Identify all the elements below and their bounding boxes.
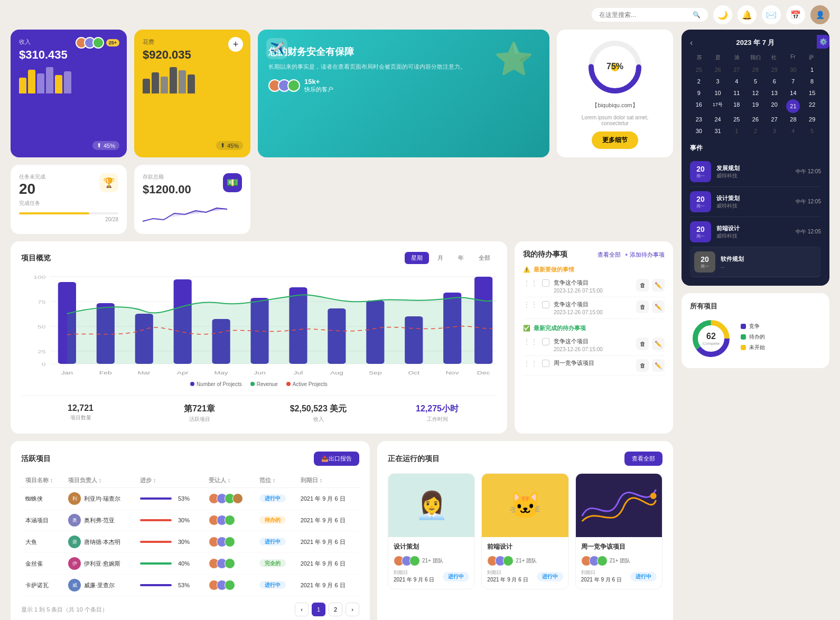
calendar-settings-button[interactable]: ⚙️: [817, 35, 829, 49]
dark-mode-button[interactable]: 🌙: [713, 5, 732, 24]
cal-prev-button[interactable]: ‹: [690, 38, 693, 48]
page-2-button[interactable]: 2: [329, 603, 342, 616]
cal-day[interactable]: 29: [803, 114, 821, 125]
th-progress[interactable]: 进步 ↕: [136, 473, 204, 488]
cal-day[interactable]: 5: [746, 76, 764, 87]
tab-all[interactable]: 全部: [472, 252, 497, 264]
cal-day[interactable]: 26: [709, 64, 727, 75]
svg-text:25: 25: [38, 349, 46, 354]
todo-checkbox-4[interactable]: [542, 360, 549, 367]
cal-day[interactable]: 28: [785, 114, 802, 125]
mail-button[interactable]: ✉️: [762, 5, 781, 24]
cal-day[interactable]: 14: [785, 88, 802, 98]
page-1-button[interactable]: 1: [312, 603, 325, 616]
cal-day[interactable]: 30: [690, 126, 708, 136]
user-avatar[interactable]: 👤: [810, 5, 829, 24]
cal-day[interactable]: 5: [803, 126, 821, 136]
donut-chart-card: 所有项目 62 Compete: [682, 293, 829, 368]
delete-todo-3[interactable]: 🗑: [636, 337, 649, 350]
todo-item-actions-2: 🗑 ✏️: [636, 300, 665, 313]
view-all-running[interactable]: 查看全部: [624, 452, 662, 466]
cal-day[interactable]: 16: [690, 99, 708, 113]
next-page-button[interactable]: ›: [346, 603, 359, 616]
th-assignee[interactable]: 受让人 ↕: [204, 473, 255, 488]
cal-day[interactable]: 4: [785, 126, 802, 136]
cal-day[interactable]: 19: [746, 99, 764, 113]
calendar-button[interactable]: 📅: [786, 5, 805, 24]
todo-checkbox-1[interactable]: [542, 279, 549, 287]
todo-checkbox-2[interactable]: [542, 301, 549, 308]
cal-day[interactable]: 1: [803, 64, 821, 75]
cal-day[interactable]: 9: [690, 88, 708, 98]
promo-icon: ✈️: [266, 38, 287, 59]
cal-day[interactable]: 20: [766, 99, 783, 113]
drag-handle-4[interactable]: ⋮⋮: [523, 359, 538, 368]
cal-day[interactable]: 2: [690, 76, 708, 87]
cal-day[interactable]: 26: [746, 114, 764, 125]
more-details-button[interactable]: 更多细节: [592, 131, 638, 149]
prev-page-button[interactable]: ‹: [295, 603, 309, 616]
cal-day[interactable]: 8: [803, 76, 821, 87]
cal-day[interactable]: 27: [766, 114, 783, 125]
cal-day[interactable]: 28: [746, 64, 764, 75]
drag-handle-3[interactable]: ⋮⋮: [523, 337, 538, 346]
cal-day[interactable]: 30: [785, 64, 802, 75]
cal-day-today[interactable]: 21: [786, 99, 800, 113]
th-name[interactable]: 项目名称 ↕: [21, 473, 64, 488]
drag-handle-2[interactable]: ⋮⋮: [523, 300, 538, 309]
cal-day[interactable]: 23: [690, 114, 708, 125]
th-role[interactable]: 范位 ↕: [255, 473, 296, 488]
drag-handle[interactable]: ⋮⋮: [523, 279, 538, 287]
cal-day[interactable]: 24: [709, 114, 727, 125]
add-todo[interactable]: + 添加待办事项: [625, 251, 665, 259]
cal-day[interactable]: 12: [746, 88, 764, 98]
tab-year[interactable]: 年: [452, 252, 470, 264]
search-bar[interactable]: 🔍: [592, 8, 708, 22]
tab-month[interactable]: 月: [431, 252, 450, 264]
calendar-header: ‹ 2023 年 7 月 ›: [690, 38, 821, 48]
todo-checkbox-3[interactable]: [542, 338, 549, 345]
urgent-section-label: ⚠️ 最新要做的事情: [523, 266, 665, 274]
assignee-cell-2: [204, 510, 255, 531]
add-expense-button[interactable]: +: [228, 37, 243, 52]
bottom-section: 活跃项目 📤出口报告 项目名称 ↕ 项目负责人 ↕ 进步 ↕ 受让人 ↕ 范位 …: [11, 441, 673, 620]
cal-day[interactable]: 31: [709, 126, 727, 136]
cal-day[interactable]: 17号: [709, 99, 727, 113]
export-report-button[interactable]: 📤出口报告: [314, 452, 359, 466]
th-due[interactable]: 到期日 ↕: [296, 473, 359, 488]
cal-day[interactable]: 1: [727, 126, 745, 136]
edit-todo-4[interactable]: ✏️: [652, 359, 665, 372]
cal-day[interactable]: 18: [727, 99, 745, 113]
delete-todo-1[interactable]: 🗑: [636, 279, 649, 292]
cal-day[interactable]: 29: [766, 64, 783, 75]
notifications-button[interactable]: 🔔: [738, 5, 757, 24]
promo-footer: 15k+ 快乐的客户: [268, 78, 539, 93]
delete-todo-2[interactable]: 🗑: [636, 300, 649, 313]
stat-hours-val: 12,275小时: [378, 403, 497, 415]
cal-day[interactable]: 3: [709, 76, 727, 87]
cal-day[interactable]: 25: [727, 114, 745, 125]
cal-day[interactable]: 15: [803, 88, 821, 98]
view-all-todo[interactable]: 查看全部: [598, 251, 621, 259]
cal-day[interactable]: 4: [727, 76, 745, 87]
delete-todo-4[interactable]: 🗑: [636, 359, 649, 372]
tab-week[interactable]: 星期: [405, 252, 429, 264]
th-pm[interactable]: 项目负责人 ↕: [64, 473, 136, 488]
todo-date-1: 2023-12-26 07:15:00: [554, 288, 632, 294]
edit-todo-1[interactable]: ✏️: [652, 279, 665, 292]
search-input[interactable]: [599, 11, 688, 18]
edit-todo-2[interactable]: ✏️: [652, 300, 665, 313]
cal-day[interactable]: 3: [766, 126, 783, 136]
edit-todo-3[interactable]: ✏️: [652, 337, 665, 350]
task-progress-label: 20/28: [19, 217, 118, 222]
cal-day[interactable]: 7: [785, 76, 802, 87]
cal-day[interactable]: 22: [803, 99, 821, 113]
cal-day[interactable]: 25: [690, 64, 708, 75]
cal-day[interactable]: 13: [766, 88, 783, 98]
cal-day[interactable]: 27: [727, 64, 745, 75]
cal-day[interactable]: 6: [766, 76, 783, 87]
cal-day[interactable]: 11: [727, 88, 745, 98]
cal-day[interactable]: 2: [746, 126, 764, 136]
todo-text-4: 周一竞争该项目: [554, 359, 632, 367]
cal-day[interactable]: 10: [709, 88, 727, 98]
